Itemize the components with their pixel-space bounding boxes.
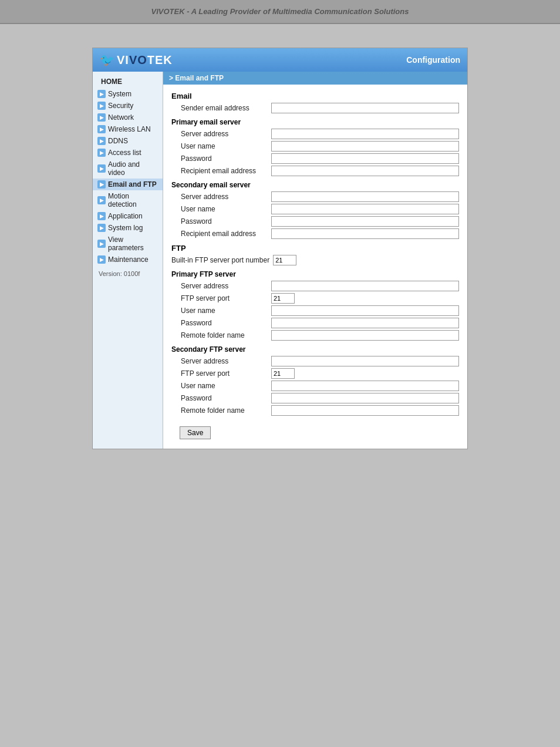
secondary-email-password-label: Password: [171, 217, 271, 226]
header-bar: 🐦 VIVOTEK Configuration: [93, 48, 467, 72]
arrow-icon: ▶: [97, 224, 106, 232]
logo-icon: 🐦: [100, 53, 114, 67]
sidebar-label-ddns: DDNS: [108, 137, 128, 145]
sidebar-label-email-ftp: Email and FTP: [108, 180, 157, 189]
arrow-icon: ▶: [97, 113, 106, 122]
secondary-ftp-password-row: Password: [171, 393, 459, 403]
primary-ftp-username-label: User name: [171, 307, 271, 315]
arrow-icon: ▶: [97, 212, 106, 220]
arrow-icon: ▶: [97, 90, 106, 98]
arrow-icon: ▶: [97, 180, 106, 189]
sidebar-item-motion-detection[interactable]: ▶ Motion detection: [93, 190, 163, 210]
primary-ftp-port-input[interactable]: [271, 293, 295, 304]
secondary-ftp-remote-folder-input[interactable]: [271, 405, 459, 416]
sender-email-row: Sender email address: [171, 103, 459, 113]
primary-ftp-remote-folder-row: Remote folder name: [171, 330, 459, 341]
secondary-email-username-label: User name: [171, 205, 271, 213]
secondary-ftp-remote-folder-row: Remote folder name: [171, 405, 459, 416]
sidebar-item-system-log[interactable]: ▶ System log: [93, 222, 163, 234]
primary-email-server-address-label: Server address: [171, 130, 271, 138]
arrow-icon: ▶: [97, 149, 106, 157]
secondary-ftp-username-input[interactable]: [271, 381, 459, 391]
builtin-ftp-port-row: Built-in FTP server port number: [171, 255, 459, 265]
secondary-ftp-password-label: Password: [171, 394, 271, 402]
sender-email-label: Sender email address: [171, 104, 271, 112]
sidebar-item-view-parameters[interactable]: ▶ View parameters: [93, 234, 163, 254]
secondary-email-server-address-row: Server address: [171, 191, 459, 202]
sidebar-item-ddns[interactable]: ▶ DDNS: [93, 135, 163, 147]
sender-email-input[interactable]: [271, 103, 459, 113]
ftp-section: FTP Built-in FTP server port number Prim…: [171, 244, 459, 416]
primary-ftp-password-row: Password: [171, 318, 459, 328]
sidebar-item-audio-video[interactable]: ▶ Audio and video: [93, 159, 163, 179]
secondary-ftp-server-address-input[interactable]: [271, 356, 459, 366]
sidebar-item-wireless-lan[interactable]: ▶ Wireless LAN: [93, 123, 163, 135]
sidebar-item-network[interactable]: ▶ Network: [93, 112, 163, 123]
secondary-ftp-port-input[interactable]: [271, 368, 295, 379]
email-section-title: Email: [171, 92, 459, 100]
secondary-email-recipient-row: Recipient email address: [171, 228, 459, 239]
arrow-icon: ▶: [97, 255, 106, 264]
secondary-email-username-row: User name: [171, 204, 459, 214]
sidebar-label-wireless-lan: Wireless LAN: [108, 125, 151, 133]
sidebar-item-access-list[interactable]: ▶ Access list: [93, 147, 163, 159]
arrow-icon: ▶: [97, 164, 106, 173]
sidebar-home-label: HOME: [101, 78, 122, 86]
version-label: Version: 0100f: [93, 265, 163, 282]
sidebar-item-maintenance[interactable]: ▶ Maintenance: [93, 254, 163, 265]
primary-email-server-address-input[interactable]: [271, 129, 459, 139]
sidebar-item-home[interactable]: HOME: [93, 75, 163, 88]
primary-email-password-row: Password: [171, 153, 459, 164]
secondary-email-username-input[interactable]: [271, 204, 459, 214]
primary-email-username-row: User name: [171, 141, 459, 152]
builtin-ftp-port-input[interactable]: [273, 255, 296, 265]
secondary-ftp-port-label: FTP server port: [171, 369, 271, 378]
secondary-email-server-address-label: Server address: [171, 193, 271, 201]
primary-email-recipient-label: Recipient email address: [171, 167, 271, 175]
sidebar-item-email-ftp[interactable]: ▶ Email and FTP: [93, 179, 163, 190]
secondary-ftp-username-row: User name: [171, 381, 459, 391]
primary-email-username-label: User name: [171, 142, 271, 150]
sidebar-item-system[interactable]: ▶ System: [93, 88, 163, 100]
primary-email-password-input[interactable]: [271, 153, 459, 164]
sidebar-label-access-list: Access list: [108, 149, 141, 157]
primary-ftp-password-label: Password: [171, 319, 271, 327]
top-bar: VIVOTEK - A Leading Provider of Multimed…: [0, 0, 560, 24]
primary-ftp-server-address-row: Server address: [171, 281, 459, 291]
email-section: Email Sender email address Primary email…: [163, 85, 467, 443]
primary-ftp-port-row: FTP server port: [171, 293, 459, 304]
arrow-icon: ▶: [97, 125, 106, 133]
secondary-email-password-row: Password: [171, 216, 459, 227]
secondary-ftp-username-label: User name: [171, 382, 271, 390]
main-content: > Email and FTP Email Sender email addre…: [163, 72, 467, 449]
primary-ftp-username-input[interactable]: [271, 305, 459, 316]
arrow-icon: ▶: [97, 102, 106, 110]
sidebar-label-system-log: System log: [108, 224, 143, 232]
primary-ftp-server-address-input[interactable]: [271, 281, 459, 291]
primary-email-recipient-input[interactable]: [271, 166, 459, 176]
secondary-email-password-input[interactable]: [271, 216, 459, 227]
arrow-icon: ▶: [97, 196, 106, 204]
content-area: HOME ▶ System ▶ Security ▶ Network ▶ Wir…: [93, 72, 467, 449]
sidebar-item-security[interactable]: ▶ Security: [93, 100, 163, 112]
main-container: 🐦 VIVOTEK Configuration HOME ▶ System ▶: [92, 48, 468, 449]
primary-email-username-input[interactable]: [271, 141, 459, 152]
secondary-ftp-password-input[interactable]: [271, 393, 459, 403]
primary-ftp-remote-folder-input[interactable]: [271, 330, 459, 341]
primary-ftp-password-input[interactable]: [271, 318, 459, 328]
secondary-email-recipient-input[interactable]: [271, 228, 459, 239]
primary-ftp-server-title: Primary FTP server: [171, 270, 459, 278]
sidebar-item-application[interactable]: ▶ Application: [93, 210, 163, 222]
arrow-icon: ▶: [97, 240, 106, 248]
secondary-email-server-address-input[interactable]: [271, 191, 459, 202]
save-button[interactable]: Save: [180, 426, 211, 439]
secondary-email-server-title: Secondary email server: [171, 181, 459, 189]
logo-area: 🐦 VIVOTEK: [100, 53, 173, 67]
primary-email-server-title: Primary email server: [171, 118, 459, 126]
primary-ftp-remote-folder-label: Remote folder name: [171, 331, 271, 339]
sidebar-label-motion-detection: Motion detection: [108, 192, 158, 208]
secondary-email-recipient-label: Recipient email address: [171, 230, 271, 238]
sidebar-label-network: Network: [108, 113, 134, 122]
secondary-ftp-server-address-row: Server address: [171, 356, 459, 366]
primary-email-password-label: Password: [171, 154, 271, 163]
